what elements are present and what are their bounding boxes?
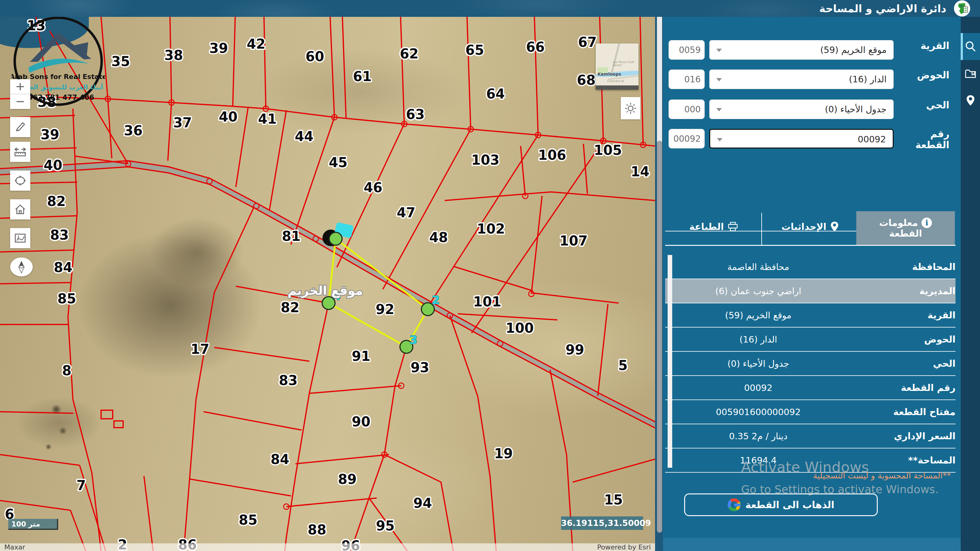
parcel-number-label: 101: [473, 294, 501, 310]
brightness-button[interactable]: [621, 97, 640, 119]
app-header: دائرة الاراضي و المساحة: [0, 0, 980, 17]
parcel-details-table: المحافظة محافظة العاصمة المديرية اراضي ج…: [665, 255, 956, 473]
village-code-input[interactable]: [668, 40, 705, 60]
basemap-gallery-thumb[interactable]: Sun Rivers Golf Resort Kamloops Columbia…: [596, 43, 638, 90]
pencil-icon: [14, 121, 26, 133]
draw-tool-button[interactable]: [10, 117, 30, 137]
basin-label: الحوض: [897, 70, 950, 81]
tab-parcel-info-line2: القطعة: [889, 228, 922, 239]
parcel-number-label: 40: [43, 157, 62, 173]
parcel-number-label: 39: [40, 127, 59, 142]
parcel-number-label: 90: [352, 414, 370, 429]
minus-icon: [14, 95, 26, 108]
dls-gis-app: دائرة الاراضي و المساحة: [0, 0, 980, 551]
zoom-out-button[interactable]: [10, 94, 30, 109]
parcel-number-label: 95: [376, 518, 395, 534]
location-pin-icon: [966, 95, 975, 106]
google-icon: [728, 499, 740, 511]
go-to-parcel-button[interactable]: الذهاب الى القطعة: [684, 494, 878, 516]
zoom-in-button[interactable]: [10, 79, 30, 94]
detail-row-governorate: المحافظة محافظة العاصمة: [665, 255, 956, 279]
home-button[interactable]: [10, 199, 30, 219]
sidebar-item-location[interactable]: [961, 87, 980, 114]
parcel-number-label: 88: [307, 522, 326, 538]
detail-row-parcel-number: رقم القطعة 00092: [665, 376, 956, 400]
parcel-number-label: 85: [239, 512, 257, 528]
measure-tool-button[interactable]: [10, 142, 30, 162]
parcel-number-label: 47: [396, 205, 415, 221]
basin-select[interactable]: الدار (16): [709, 70, 894, 89]
sun-icon: [624, 102, 637, 115]
parcel-number-label: 42: [247, 36, 265, 52]
village-select[interactable]: موقع الخريم (59): [709, 40, 894, 60]
parcel-number-label: 62: [400, 46, 418, 62]
tab-coordinates[interactable]: الإحداثيات: [766, 216, 854, 237]
tabbar-divider: [665, 245, 956, 246]
street-label: Columbia St: [607, 79, 624, 83]
road-shape: [611, 43, 620, 75]
tab-separator: [761, 213, 762, 245]
parcel-number-select-value: 00092: [858, 130, 886, 149]
vertex-number-label: 2: [432, 293, 440, 307]
parcel-number-label: 60: [305, 49, 324, 64]
parcel-number-label: 8: [62, 363, 72, 378]
parcel-number-label: 83: [50, 227, 68, 243]
map-icon: [14, 232, 27, 244]
map-attribution: Maxar Powered by Esri: [0, 543, 655, 551]
side-toolbar: [961, 17, 980, 551]
parcel-number-label: 39: [209, 40, 228, 56]
parcel-number-label: 84: [54, 260, 72, 275]
parcel-number-label: 17: [191, 341, 209, 357]
scrollbar-thumb[interactable]: [657, 141, 662, 533]
tab-print[interactable]: الطباعة: [668, 216, 759, 237]
svg-text:+962 781 477 466: +962 781 477 466: [22, 94, 94, 101]
parcel-number-label: 38: [164, 48, 183, 63]
compass-button[interactable]: [10, 257, 33, 276]
coordinates-readout: 36.19115,31.50009: [561, 516, 643, 530]
attribution-left: Maxar: [4, 543, 25, 551]
district-select[interactable]: جدول الأحياء (0): [709, 100, 894, 119]
tab-underline: [665, 231, 856, 232]
sidebar-item-records[interactable]: [961, 60, 980, 87]
district-select-value: جدول الأحياء (0): [825, 100, 886, 119]
village-map-label: موقع الخريم: [288, 283, 363, 298]
parcel-number-label: 46: [364, 180, 382, 195]
vertex-number-label: 3: [409, 333, 417, 346]
chevron-down-icon: [716, 49, 722, 52]
parcel-number-label: 81: [282, 229, 301, 244]
parcel-search-panel: القرية موقع الخريم (59) الحوض الدار (16)…: [663, 17, 961, 551]
go-to-parcel-label: الذهاب الى القطعة: [745, 499, 835, 510]
parcel-number-label: 103: [471, 152, 500, 168]
table-scrollbar[interactable]: [668, 255, 672, 468]
sidebar-item-search[interactable]: [961, 33, 980, 60]
district-code-input[interactable]: [668, 100, 705, 119]
compass-icon: [16, 260, 27, 274]
locate-tool-button[interactable]: [10, 170, 30, 191]
district-label: الحي: [897, 100, 950, 111]
parcel-number-label: 102: [477, 221, 505, 237]
parcel-number-label: 65: [465, 42, 484, 58]
scrollbar-track: [657, 17, 662, 142]
parcel-number-label: 44: [294, 129, 313, 144]
parcel-number-select[interactable]: 00092: [709, 129, 894, 148]
folder-bookmark-icon: [965, 68, 976, 79]
overview-map-button[interactable]: [10, 228, 30, 248]
map-canvas[interactable]: 234 133538394260616265666768646336374041…: [0, 17, 655, 551]
tab-coordinates-label: الإحداثيات: [781, 221, 827, 232]
detail-row-basin: الحوض الدار (16): [665, 327, 956, 352]
detail-row-village: القرية موقع الخريم (59): [665, 303, 956, 327]
parcel-number-label: 35: [111, 54, 130, 69]
parcel-number-label: 67: [578, 34, 597, 50]
parcel-number-label: 100: [506, 320, 534, 336]
basin-select-value: الدار (16): [849, 70, 886, 89]
basin-code-input[interactable]: [668, 70, 705, 89]
parcel-number-label: 106: [538, 147, 566, 163]
parcel-number-code-input[interactable]: [668, 129, 705, 148]
tab-parcel-info[interactable]: i معلومات القطعة: [856, 211, 955, 245]
detail-row-district: الحي جدول الأحياء (0): [665, 352, 956, 376]
detail-row-admin-price: السعر الإداري 0.35 دينار / م2: [665, 424, 956, 448]
parcel-number-label: 82: [280, 300, 299, 315]
parcel-number-label: 66: [526, 39, 544, 55]
dls-jordan-logo-icon: [954, 0, 970, 16]
detail-row-parcel-key: مفتاح القطعة 005901600000092: [665, 400, 956, 424]
